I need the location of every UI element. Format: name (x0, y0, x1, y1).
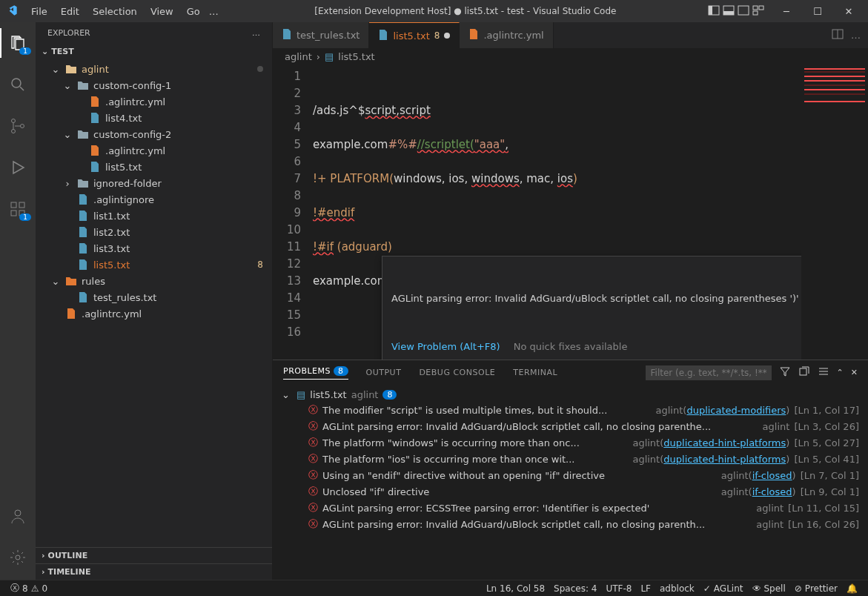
tab-more-icon[interactable]: … (851, 30, 861, 41)
problem-row[interactable]: ⓧThe platform "windows" is occurring mor… (279, 434, 862, 451)
layout-custom-icon[interactable] (752, 4, 764, 19)
problem-file[interactable]: ⌄ ▤ list5.txt aglint 8 (279, 388, 862, 402)
cancel-icon: ⊘ (795, 583, 802, 594)
problem-row[interactable]: ⓧThe modifier "script" is used multiple … (279, 402, 862, 418)
sidebar-more-icon[interactable]: … (252, 28, 260, 38)
svg-point-11 (21, 125, 24, 128)
extensions-badge: 1 (19, 213, 31, 221)
activity-extensions[interactable]: 1 (0, 194, 36, 224)
minimize-icon[interactable]: ─ (773, 6, 800, 17)
folder-root[interactable]: ⌄ TEST (36, 44, 272, 59)
status-errors[interactable]: ⓧ8 ⚠0 (6, 582, 52, 595)
file-row[interactable]: list5.txt (36, 159, 272, 175)
panel-maximize-icon[interactable]: ⌃ (837, 368, 844, 377)
file-row[interactable]: test_rules.txt (36, 289, 272, 305)
sidebar-header: EXPLORER … (36, 22, 272, 44)
status-spaces[interactable]: Spaces: 4 (549, 583, 601, 594)
status-cursor[interactable]: Ln 16, Col 58 (482, 583, 549, 594)
file-row[interactable]: .aglintignore (36, 191, 272, 208)
code-editor[interactable]: 12345678910111213141516 /ads.js^$script,… (273, 65, 868, 360)
problem-rule[interactable]: if-closed (752, 470, 792, 481)
file-row[interactable]: .aglintrc.yml (36, 305, 272, 322)
problem-rule[interactable]: duplicated-hint-platforms (663, 454, 786, 465)
svg-rect-1 (709, 6, 712, 15)
tab-debug-console[interactable]: DEBUG CONSOLE (419, 368, 495, 377)
breadcrumb[interactable]: aglint › ▤ list5.txt (273, 48, 868, 65)
problem-source: aglint(duplicated-hint-platforms) (632, 437, 789, 448)
tab-problems[interactable]: PROBLEMS8 (283, 366, 348, 380)
file-icon (282, 28, 292, 42)
maximize-icon[interactable]: ☐ (804, 6, 831, 17)
folder-row[interactable]: ⌄rules (36, 273, 272, 289)
status-encoding[interactable]: UTF-8 (601, 583, 636, 594)
split-editor-icon[interactable] (832, 28, 844, 42)
activity-scm[interactable] (0, 111, 36, 141)
problem-rule[interactable]: duplicated-hint-platforms (663, 437, 786, 448)
problem-row[interactable]: ⓧUnclosed "if" directive aglint(if-close… (279, 483, 862, 500)
editor-tab[interactable]: test_rules.txt (273, 22, 369, 48)
collapse-all-icon[interactable] (798, 365, 810, 380)
tab-output[interactable]: OUTPUT (366, 368, 402, 377)
problem-file-src: aglint (351, 389, 379, 400)
filter-icon[interactable] (779, 365, 791, 380)
file-icon (77, 291, 89, 303)
timeline-section[interactable]: ›TIMELINE (36, 563, 272, 580)
tab-terminal[interactable]: TERMINAL (513, 368, 557, 377)
tab-badge: 8 (434, 30, 440, 41)
file-row[interactable]: .aglintrc.yml (36, 142, 272, 159)
folder-row[interactable]: ⌄custom-config-1 (36, 77, 272, 93)
status-bell-icon[interactable]: 🔔 (842, 583, 862, 594)
code-content[interactable]: /ads.js^$script,scriptexample.com#%#//sc… (313, 65, 801, 360)
activity-settings[interactable] (0, 543, 36, 572)
problem-row[interactable]: ⓧThe platform "ios" is occurring more th… (279, 451, 862, 467)
activity-explorer[interactable]: 1 (0, 28, 36, 58)
editor-tab[interactable]: list5.txt8 (369, 22, 460, 48)
problem-rule[interactable]: duplicated-modifiers (686, 405, 786, 416)
file-row[interactable]: list5.txt8 (36, 256, 272, 273)
folder-row[interactable]: ›ignored-folder (36, 175, 272, 191)
status-prettier[interactable]: ⊘Prettier (790, 583, 842, 594)
status-eol[interactable]: LF (636, 583, 655, 594)
problem-row[interactable]: ⓧUsing an "endif" directive without an o… (279, 467, 862, 483)
file-icon: ▤ (325, 51, 334, 62)
panel-close-icon[interactable]: ✕ (851, 368, 858, 377)
activity-search[interactable] (0, 70, 36, 99)
folder-row[interactable]: ⌄custom-config-2 (36, 126, 272, 142)
file-row[interactable]: .aglintrc.yml (36, 93, 272, 110)
breadcrumb-folder[interactable]: aglint (285, 51, 312, 62)
menu-edit[interactable]: Edit (56, 3, 84, 20)
layout-panel-left-icon[interactable] (708, 4, 720, 19)
svg-rect-19 (800, 368, 806, 375)
item-label: ignored-folder (93, 178, 266, 189)
problem-rule[interactable]: if-closed (752, 486, 792, 497)
close-icon[interactable]: ✕ (835, 6, 862, 17)
problem-row[interactable]: ⓧAGLint parsing error: Invalid AdGuard/u… (279, 516, 862, 532)
editor-tab[interactable]: .aglintrc.yml (460, 22, 553, 48)
status-language[interactable]: adblock (655, 583, 699, 594)
view-problem-link[interactable]: View Problem (Alt+F8) (391, 340, 500, 354)
activity-debug[interactable] (0, 153, 36, 182)
problem-row[interactable]: ⓧAGLint parsing error: ECSSTree parsing … (279, 500, 862, 516)
file-row[interactable]: list1.txt (36, 208, 272, 224)
folder-row[interactable]: ⌄aglint (36, 61, 272, 77)
menu-more-icon[interactable]: … (205, 3, 223, 20)
menu-view[interactable]: View (146, 3, 178, 20)
file-row[interactable]: list3.txt (36, 240, 272, 256)
file-row[interactable]: list4.txt (36, 110, 272, 126)
menu-file[interactable]: File (27, 3, 52, 20)
show-as-tree-icon[interactable] (818, 365, 829, 380)
breadcrumb-file[interactable]: list5.txt (338, 51, 374, 62)
status-spell[interactable]: 👁Spell (748, 583, 790, 594)
layout-panel-bottom-icon[interactable] (723, 4, 735, 19)
file-row[interactable]: list2.txt (36, 224, 272, 240)
activity-account[interactable] (0, 501, 36, 531)
layout-panel-right-icon[interactable] (738, 4, 749, 19)
menu-selection[interactable]: Selection (88, 3, 142, 20)
problem-row[interactable]: ⓧAGLint parsing error: Invalid AdGuard/u… (279, 418, 862, 434)
outline-section[interactable]: ›OUTLINE (36, 547, 272, 563)
problems-filter[interactable] (646, 365, 772, 380)
menu-go[interactable]: Go (182, 3, 205, 20)
status-aglint[interactable]: ✓AGLint (699, 583, 748, 594)
minimap[interactable] (801, 65, 868, 360)
error-icon: ⓧ (10, 582, 19, 595)
